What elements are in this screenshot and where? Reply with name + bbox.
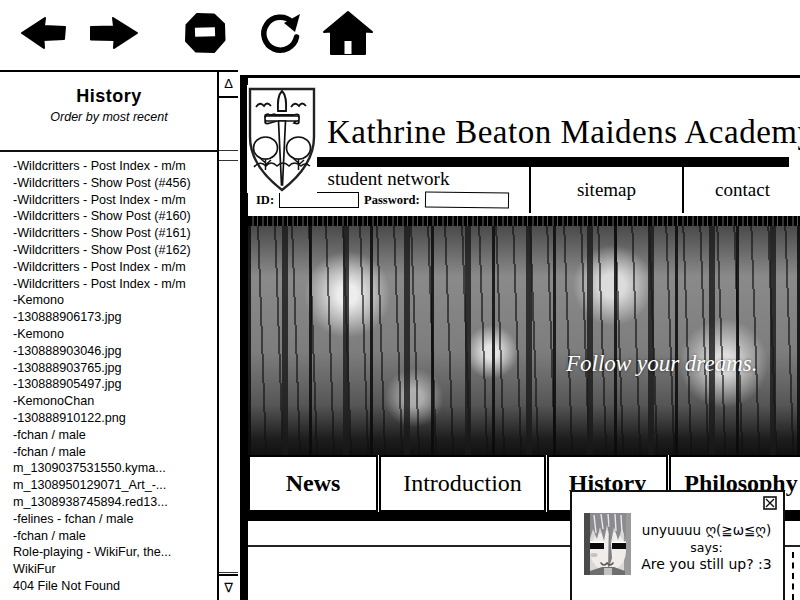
history-item[interactable]: -fchan / male bbox=[13, 427, 223, 444]
history-item[interactable]: m_1309037531550.kyma... bbox=[13, 460, 223, 477]
history-item[interactable]: -Wildcritters - Post Index - m/m bbox=[13, 259, 223, 276]
history-item[interactable]: -130888910122.png bbox=[13, 410, 223, 427]
school-crest bbox=[247, 85, 317, 193]
nav-news-label: News bbox=[286, 470, 341, 497]
history-item[interactable]: -130888903765.jpg bbox=[13, 360, 223, 377]
nav-tab-introduction[interactable]: Introduction bbox=[379, 455, 546, 512]
history-item[interactable]: -130888905497.jpg bbox=[13, 376, 223, 393]
history-title: History bbox=[0, 86, 218, 107]
scroll-up-button[interactable]: Δ bbox=[219, 72, 238, 98]
sitemap-label: sitemap bbox=[577, 179, 636, 201]
chat-message-text: Are you still up? :3 bbox=[634, 556, 779, 573]
forest-photo bbox=[248, 226, 800, 455]
history-item[interactable]: -Kemono bbox=[13, 292, 223, 309]
history-item[interactable]: Role-playing - WikiFur, the... bbox=[13, 544, 223, 561]
history-item[interactable]: -Wildcritters - Show Post (#161) bbox=[13, 225, 223, 242]
history-item[interactable]: m_1308938745894.red13... bbox=[13, 494, 223, 511]
history-item[interactable]: -130888903046.jpg bbox=[13, 343, 223, 360]
history-item[interactable]: -Wildcritters - Post Index - m/m bbox=[13, 276, 223, 293]
home-icon bbox=[323, 11, 373, 55]
scrollbar-tick bbox=[219, 160, 238, 161]
page-title: Kathrine Beaton Maidens Academy bbox=[327, 114, 800, 151]
reload-button[interactable] bbox=[256, 12, 302, 56]
history-item[interactable]: -Wildcritters - Show Post (#160) bbox=[13, 208, 223, 225]
menu-item-sitemap[interactable]: sitemap bbox=[531, 167, 684, 213]
stop-octagon-icon bbox=[184, 12, 226, 54]
history-list: -Wildcritters - Post Index - m/m-Wildcri… bbox=[0, 158, 223, 595]
title-underline-bar bbox=[248, 157, 789, 167]
sidebar-scrollbar[interactable]: Δ ∇ bbox=[217, 72, 238, 600]
stop-button[interactable] bbox=[184, 12, 226, 54]
banner-top-border bbox=[248, 216, 800, 226]
history-sort-label: Order by most recent bbox=[0, 110, 218, 124]
history-item[interactable]: -Wildcritters - Show Post (#162) bbox=[13, 242, 223, 259]
history-item[interactable]: WikiFur bbox=[13, 561, 223, 578]
forward-arrow-icon bbox=[89, 14, 139, 52]
history-item[interactable]: -Wildcritters - Post Index - m/m bbox=[13, 158, 223, 175]
history-sidebar: History Order by most recent -Wildcritte… bbox=[0, 70, 238, 600]
forward-button[interactable] bbox=[89, 14, 139, 52]
history-item[interactable]: -felines - fchan / male bbox=[13, 511, 223, 528]
scroll-down-button[interactable]: ∇ bbox=[219, 574, 238, 600]
chat-says-label: says: bbox=[634, 539, 779, 556]
chat-popup: unyuuuu ღ(≧ω≦ღ) says: Are you still up? … bbox=[570, 490, 785, 600]
crest-shield-icon bbox=[247, 85, 317, 193]
history-item[interactable]: -Wildcritters - Post Index - m/m bbox=[13, 192, 223, 209]
top-menu-row: student network ID: Password: sitemap co… bbox=[248, 167, 800, 213]
chat-message-block: unyuuuu ღ(≧ω≦ღ) says: Are you still up? … bbox=[634, 522, 779, 573]
menu-item-contact[interactable]: contact bbox=[684, 167, 800, 213]
right-edge-dashed-line bbox=[792, 552, 794, 600]
back-arrow-icon bbox=[20, 14, 66, 52]
history-item[interactable]: -KemonoChan bbox=[13, 393, 223, 410]
password-label: Password: bbox=[364, 193, 420, 208]
nav-introduction-label: Introduction bbox=[403, 470, 522, 497]
scroll-up-icon: Δ bbox=[224, 76, 233, 91]
history-header: History Order by most recent bbox=[0, 72, 218, 152]
history-item[interactable]: m_1308950129071_Art_-... bbox=[13, 477, 223, 494]
history-item[interactable]: 404 File Not Found bbox=[13, 578, 223, 595]
history-item[interactable]: -fchan / male bbox=[13, 528, 223, 545]
chat-sender-name: unyuuuu ღ(≧ω≦ღ) bbox=[634, 522, 779, 539]
banner-image: Follow your dreams. bbox=[248, 213, 800, 455]
history-item[interactable]: -Kemono bbox=[13, 326, 223, 343]
close-icon[interactable] bbox=[763, 496, 777, 510]
nav-tab-news[interactable]: News bbox=[248, 455, 378, 512]
history-item[interactable]: -Wildcritters - Show Post (#456) bbox=[13, 175, 223, 192]
avatar bbox=[584, 513, 631, 575]
id-label: ID: bbox=[256, 193, 274, 208]
scrollbar-tick bbox=[219, 572, 238, 573]
reload-icon bbox=[256, 12, 302, 56]
history-item[interactable]: -130888906173.jpg bbox=[13, 309, 223, 326]
banner-slogan: Follow your dreams. bbox=[566, 351, 757, 377]
home-button[interactable] bbox=[323, 11, 373, 55]
history-item[interactable]: -fchan / male bbox=[13, 444, 223, 461]
contact-label: contact bbox=[715, 179, 770, 201]
scroll-down-icon: ∇ bbox=[224, 580, 233, 595]
scrollbar-tick bbox=[219, 150, 238, 151]
browser-toolbar bbox=[0, 0, 800, 70]
id-input[interactable] bbox=[279, 192, 359, 208]
back-button[interactable] bbox=[20, 14, 66, 52]
password-input[interactable] bbox=[425, 191, 509, 208]
